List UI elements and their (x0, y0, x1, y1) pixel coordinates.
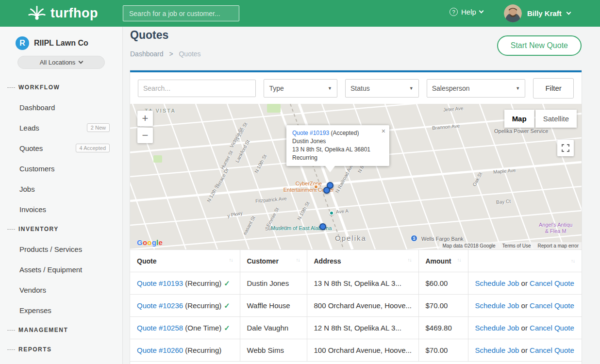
column-header-actions[interactable]: ↑↓ (468, 250, 582, 272)
table-row: Quote #10260 (Recurring) Webb Sims 100 O… (130, 339, 582, 362)
fullscreen-button[interactable] (557, 140, 574, 156)
table-row: Quote #10236 (Recurring)✓ Waffle House 8… (130, 295, 582, 317)
sidebar-item-invoices[interactable]: Invoices (0, 199, 122, 219)
quote-link[interactable]: Quote #10193 (137, 279, 183, 287)
logo-letter: G (137, 238, 143, 247)
google-logo[interactable]: Google (137, 238, 163, 247)
sidebar-item-label: Assets / Equipment (19, 265, 82, 274)
sidebar-item-label: Quotes (19, 144, 43, 152)
column-label: Amount (426, 257, 451, 265)
schedule-job-link[interactable]: Schedule Job (475, 346, 519, 354)
map-park-area (267, 104, 281, 113)
status-select[interactable]: Status ▼ (345, 79, 419, 98)
sidebar-section-management[interactable]: MANAGEMENT (0, 320, 122, 340)
type-select[interactable]: Type ▼ (264, 79, 337, 98)
sort-icon[interactable]: ↑↓ (571, 258, 575, 264)
sort-icon[interactable]: ↑↓ (229, 257, 233, 263)
zoom-in-button[interactable]: + (137, 111, 153, 126)
column-header-address[interactable]: Address↑↓ (307, 250, 418, 272)
quote-link[interactable]: Quote #10260 (137, 346, 183, 354)
info-customer: Dustin Jones (292, 137, 383, 146)
start-new-quote-button[interactable]: Start New Quote (497, 35, 582, 56)
section-dashes (7, 349, 15, 350)
sidebar-item-dashboard[interactable]: Dashboard (0, 97, 122, 117)
map-poi-opelika-power[interactable]: Opelika Power Service (494, 128, 548, 134)
filter-button[interactable]: Filter (533, 78, 574, 99)
quotes-table: Quote↑↓ Customer↑↓ Address↑↓ Amount↑↓ ↑↓… (130, 249, 582, 362)
quotes-map[interactable]: TA VISTA Jeter Ave Brannon Ave Maple Ave… (130, 104, 582, 249)
amount-cell: $70.00 (418, 339, 468, 362)
schedule-job-link[interactable]: Schedule Job (475, 279, 519, 287)
column-header-amount[interactable]: Amount↑↓ (418, 250, 468, 272)
quotes-search-input[interactable] (138, 80, 256, 97)
quotes-card: Type ▼ Status ▼ Salesperson ▼ Filter (130, 70, 582, 364)
map-poi-antiques[interactable]: Angel's Antiqu & Flea M (539, 222, 572, 234)
sidebar-item-products-services[interactable]: Products / Services (0, 239, 122, 259)
museum-poi-icon[interactable] (329, 211, 334, 215)
sidebar-item-leads[interactable]: Leads 2 New (0, 117, 122, 138)
map-view-button[interactable]: Map (504, 110, 534, 128)
terms-of-use-link[interactable]: Terms of Use (502, 243, 531, 248)
type-select-value: Type (269, 84, 283, 92)
quote-type: (Recurring) (185, 346, 221, 354)
breadcrumb-dashboard[interactable]: Dashboard (130, 50, 164, 58)
user-menu[interactable]: Billy Kraft (504, 4, 570, 22)
chevron-down-icon (79, 59, 83, 64)
quote-link[interactable]: Quote #10258 (137, 324, 183, 332)
caret-down-icon: ▼ (516, 86, 520, 91)
sidebar-section-reports[interactable]: REPORTS (0, 340, 122, 359)
sidebar-item-expenses[interactable]: Expenses (0, 300, 122, 320)
schedule-job-link[interactable]: Schedule Job (475, 324, 519, 332)
chevron-down-icon (479, 9, 483, 14)
sidebar-section-inventory: INVENTORY (0, 219, 122, 239)
section-label: WORKFLOW (18, 84, 60, 91)
logo-letter: o (143, 238, 147, 247)
global-search-input[interactable] (123, 5, 239, 21)
accepted-check-icon: ✓ (224, 324, 230, 332)
zoom-out-button[interactable]: − (137, 128, 153, 143)
column-header-customer[interactable]: Customer↑↓ (240, 250, 307, 272)
location-selector[interactable]: All Locations (17, 56, 105, 69)
action-separator: or (521, 324, 528, 332)
sort-icon[interactable]: ↑↓ (296, 257, 300, 263)
sidebar-item-vendors[interactable]: Vendors (0, 280, 122, 300)
quote-link[interactable]: Quote #10236 (137, 301, 183, 310)
info-address: 13 N 8th St, Opelika AL 36801 (292, 146, 383, 154)
schedule-job-link[interactable]: Schedule Job (475, 301, 519, 310)
main-content: Quotes Dashboard > Quotes Start New Quot… (123, 27, 600, 364)
map-poi-wells-fargo[interactable]: Wells Fargo Bank (421, 236, 464, 242)
cancel-quote-link[interactable]: Cancel Quote (530, 346, 574, 354)
sort-icon[interactable]: ↑↓ (408, 257, 412, 263)
map-zoom-controls: + − (137, 111, 153, 143)
sidebar-section-workflow: WORKFLOW (0, 78, 122, 97)
section-label: INVENTORY (18, 226, 59, 232)
satellite-view-button[interactable]: Satellite (535, 110, 577, 128)
report-map-error-link[interactable]: Report a map error (538, 243, 579, 248)
column-header-quote[interactable]: Quote↑↓ (130, 250, 240, 272)
sort-icon[interactable]: ↑↓ (457, 257, 461, 263)
leads-badge: 2 New (87, 123, 110, 132)
help-menu[interactable]: ? Help (450, 8, 483, 16)
info-frequency: Recurring (292, 154, 383, 162)
cancel-quote-link[interactable]: Cancel Quote (530, 324, 574, 332)
map-pin-quote[interactable] (323, 187, 330, 194)
map-pin-quote[interactable] (319, 223, 326, 230)
company-selector[interactable]: R RIIPL Lawn Co (16, 36, 115, 50)
close-icon[interactable]: × (382, 127, 385, 135)
bank-poi-icon[interactable]: $ (411, 235, 417, 242)
sidebar-item-customers[interactable]: Customers (0, 158, 122, 179)
sidebar-item-assets-equipment[interactable]: Assets / Equipment (0, 259, 122, 280)
help-label: Help (461, 8, 476, 16)
cancel-quote-link[interactable]: Cancel Quote (530, 301, 574, 310)
sidebar-item-label: Jobs (19, 185, 35, 193)
sidebar-item-quotes[interactable]: Quotes 4 Accepted (0, 138, 122, 158)
brand-logo[interactable]: turfhop (27, 3, 98, 23)
cancel-quote-link[interactable]: Cancel Quote (530, 279, 574, 287)
cyberzone-poi-icon[interactable] (314, 184, 318, 189)
info-quote-link[interactable]: Quote #10193 (292, 130, 329, 136)
logo-letter: e (158, 238, 163, 247)
sidebar-item-jobs[interactable]: Jobs (0, 179, 122, 199)
status-select-value: Status (350, 84, 370, 92)
address-cell: 13 N 8th St, Opelika AL 3... (307, 272, 418, 295)
salesperson-select[interactable]: Salesperson ▼ (427, 79, 526, 98)
